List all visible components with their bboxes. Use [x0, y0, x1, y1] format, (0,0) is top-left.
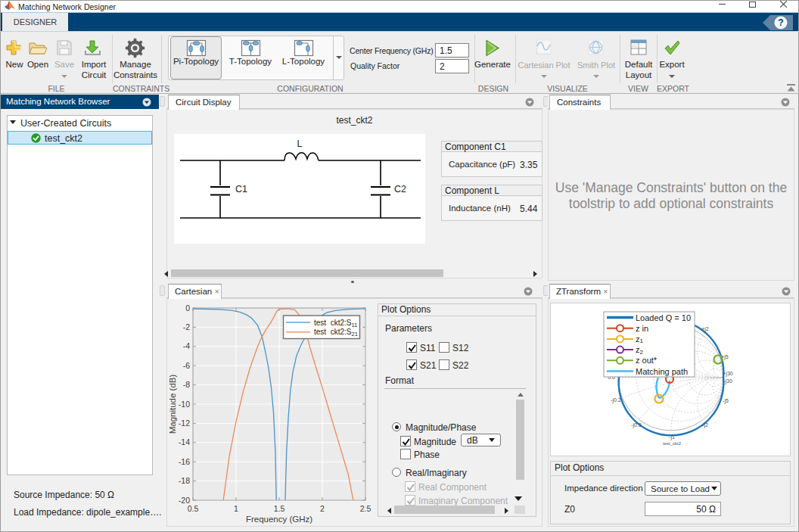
svg-text:?: ? [778, 17, 783, 28]
svg-text:-j2: -j2 [702, 422, 708, 428]
svg-text:2: 2 [320, 504, 325, 513]
svg-text:-16: -16 [179, 457, 190, 466]
svg-text:0.5: 0.5 [188, 504, 199, 513]
svg-text:1: 1 [234, 504, 238, 513]
svg-text:-4: -4 [183, 341, 190, 350]
svg-text:C1: C1 [235, 184, 247, 194]
svg-text:-8: -8 [183, 380, 190, 389]
svg-text:z out*: z out* [636, 356, 658, 365]
svg-text:1.5: 1.5 [274, 504, 285, 513]
svg-text:-j1: -j1 [669, 434, 675, 440]
svg-text:+j5: +j5 [721, 354, 729, 360]
svg-text:Frequency (GHz): Frequency (GHz) [246, 515, 312, 524]
svg-text:-12: -12 [179, 418, 190, 428]
svg-text:-j0.5: -j0.5 [631, 422, 642, 428]
svg-text:2.5: 2.5 [360, 504, 372, 513]
svg-text:z in: z in [636, 324, 648, 333]
svg-text:-14: -14 [179, 437, 190, 446]
svg-text:-6: -6 [183, 361, 190, 370]
svg-text:test_ckt2: test_ckt2 [663, 441, 682, 446]
svg-text:+j2: +j2 [701, 326, 709, 332]
svg-text:L: L [297, 138, 303, 149]
svg-text:Magnitude (dB): Magnitude (dB) [168, 375, 177, 434]
svg-text:+j30: +j30 [723, 371, 733, 377]
svg-text:-20: -20 [179, 496, 190, 505]
svg-text:-10: -10 [179, 400, 190, 409]
svg-text:Matching path: Matching path [636, 367, 688, 376]
svg-text:Loaded Q = 10: Loaded Q = 10 [636, 313, 691, 322]
svg-text:-j0.2: -j0.2 [611, 397, 621, 403]
svg-text:-18: -18 [179, 476, 190, 485]
svg-text:0: 0 [185, 303, 190, 313]
svg-text:C2: C2 [394, 184, 406, 194]
svg-text:-2: -2 [183, 322, 190, 331]
svg-text:-j30: -j30 [723, 378, 732, 384]
svg-text:-j5: -j5 [723, 398, 729, 404]
